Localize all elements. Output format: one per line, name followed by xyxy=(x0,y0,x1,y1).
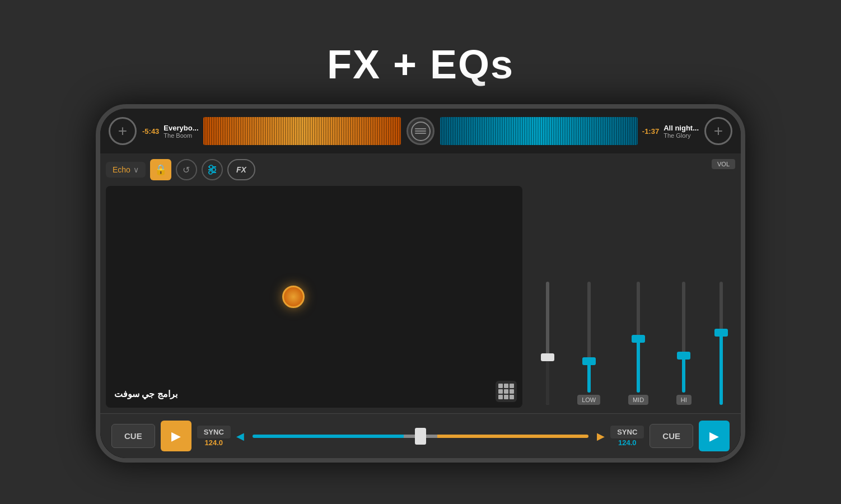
touchpad-dot xyxy=(282,286,305,308)
grid-icon xyxy=(498,384,514,399)
vol-label: VOL xyxy=(712,159,735,169)
vinyl-lines xyxy=(415,128,426,134)
fx-effect-name: Echo xyxy=(113,165,130,174)
right-panel: VOL xyxy=(528,153,741,413)
vinyl-line xyxy=(415,133,426,134)
left-panel: Echo ∨ 🔒 ↺ xyxy=(100,153,528,413)
touchpad[interactable]: برامج جي سوفت xyxy=(106,186,522,408)
arrow-left-icon: ◀ xyxy=(236,430,244,442)
svg-point-3 xyxy=(209,165,213,169)
vinyl-icon xyxy=(407,117,434,145)
lock-icon: 🔒 xyxy=(155,164,167,176)
crossfader-track xyxy=(253,435,588,438)
deck-left-artist: The Boom xyxy=(163,132,198,139)
play-left-button[interactable]: ▶ xyxy=(161,421,191,451)
fx-dropdown[interactable]: Echo ∨ xyxy=(106,162,146,178)
phone-mockup: + -5:43 Everybo... The Boom xyxy=(96,104,745,463)
sync-left-bpm: 124.0 xyxy=(204,438,223,447)
sync-left-button[interactable]: SYNC xyxy=(197,426,231,438)
main-slider[interactable] xyxy=(546,282,549,405)
cue-left-button[interactable]: CUE xyxy=(111,424,155,448)
add-right-button[interactable]: + xyxy=(704,117,732,145)
reset-button[interactable]: ↺ xyxy=(176,159,197,180)
play-right-icon: ▶ xyxy=(709,429,719,444)
mid-eq-slider[interactable]: MID xyxy=(628,282,648,405)
middle-section: Echo ∨ 🔒 ↺ xyxy=(100,153,741,413)
low-eq-slider[interactable]: LOW xyxy=(577,282,600,405)
deck-left-time: -5:43 xyxy=(142,127,159,136)
sync-right-button[interactable]: SYNC xyxy=(610,426,644,438)
plus-icon: + xyxy=(118,122,127,140)
crossfader[interactable] xyxy=(253,428,588,445)
svg-point-5 xyxy=(209,171,212,174)
arabic-watermark: برامج جي سوفت xyxy=(114,389,177,399)
low-eq-label[interactable]: LOW xyxy=(577,395,600,405)
hi-eq-slider[interactable]: HI xyxy=(676,282,692,405)
deck-left-info: -5:43 Everybo... The Boom xyxy=(142,117,401,145)
svg-point-4 xyxy=(212,168,216,171)
waveform-left xyxy=(203,117,401,145)
vinyl-inner xyxy=(411,122,431,141)
sync-left-info: SYNC 124.0 xyxy=(197,426,231,447)
eq-button[interactable] xyxy=(202,159,223,180)
deck-right-info: -1:37 All night... The Glory xyxy=(440,117,699,145)
phone-screen: + -5:43 Everybo... The Boom xyxy=(100,109,741,458)
plus-icon-right: + xyxy=(714,122,723,140)
fx-controls-row: Echo ∨ 🔒 ↺ xyxy=(106,159,522,180)
deck-right-artist: The Glory xyxy=(664,132,699,139)
deck-left-track-info: Everybo... The Boom xyxy=(163,124,198,139)
reset-icon: ↺ xyxy=(183,165,190,175)
sliders-container: LOW MID xyxy=(531,175,738,408)
vol-slider[interactable] xyxy=(719,282,723,405)
bottom-bar: CUE ▶ SYNC 124.0 ◀ ▶ SYNC 124.0 CUE xyxy=(100,413,741,458)
waveform-right xyxy=(440,117,638,145)
grid-button[interactable] xyxy=(496,381,517,402)
fx-toggle-button[interactable]: FX xyxy=(227,159,255,180)
deck-right-time: -1:37 xyxy=(642,127,659,136)
cue-right-button[interactable]: CUE xyxy=(650,424,693,448)
vinyl-line xyxy=(415,130,426,132)
play-right-button[interactable]: ▶ xyxy=(699,421,730,451)
deck-right-track-info: All night... The Glory xyxy=(664,124,699,139)
top-bar: + -5:43 Everybo... The Boom xyxy=(100,109,741,153)
chevron-down-icon: ∨ xyxy=(133,165,139,174)
arrow-right-icon: ▶ xyxy=(597,430,605,442)
vinyl-line xyxy=(415,128,426,129)
add-left-button[interactable]: + xyxy=(109,117,137,145)
sync-right-info: SYNC 124.0 xyxy=(610,426,644,447)
sync-right-bpm: 124.0 xyxy=(618,438,637,447)
fx-label: FX xyxy=(236,165,246,174)
deck-right-track-name: All night... xyxy=(664,124,699,132)
mid-eq-label[interactable]: MID xyxy=(628,395,648,405)
play-left-icon: ▶ xyxy=(171,429,181,444)
hi-eq-label[interactable]: HI xyxy=(676,395,692,405)
page-title: FX + EQs xyxy=(327,41,514,87)
lock-button[interactable]: 🔒 xyxy=(150,159,171,180)
deck-left-track-name: Everybo... xyxy=(163,124,198,132)
eq-sliders-icon xyxy=(207,164,218,175)
crossfader-thumb[interactable] xyxy=(415,428,426,445)
